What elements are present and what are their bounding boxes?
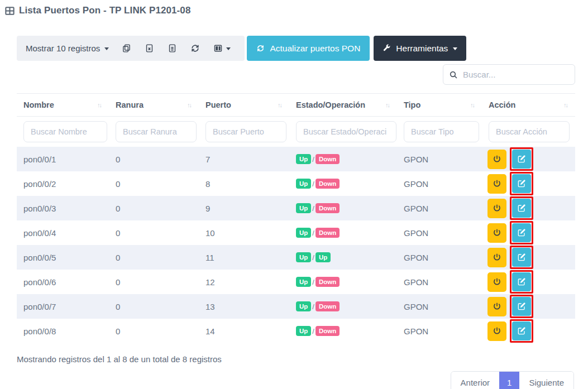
tools-dropdown[interactable]: Herramientas [374, 36, 466, 61]
table-row: pon0/0/4 0 10 Up / Down GPON [17, 220, 575, 245]
export-excel-button[interactable] [138, 40, 160, 56]
column-header-ranura[interactable]: Ranura↑↓ [109, 94, 199, 116]
page-length-dropdown[interactable]: Mostrar 10 registros [20, 40, 114, 56]
chevron-down-icon [226, 47, 231, 50]
table-row: pon0/0/8 0 14 Up / Down GPON [17, 319, 575, 343]
cell-puerto: 11 [199, 245, 289, 270]
edit-button[interactable] [512, 248, 531, 267]
chevron-down-icon [453, 47, 457, 50]
edit-button[interactable] [512, 272, 531, 291]
column-header-puerto[interactable]: Puerto↑↓ [199, 94, 289, 116]
edit-button[interactable] [512, 297, 531, 316]
column-visibility-dropdown[interactable] [207, 40, 237, 56]
filter-estado-input[interactable] [296, 121, 396, 142]
cell-ranura: 0 [109, 270, 199, 294]
excel-icon [145, 44, 154, 53]
cell-ranura: 0 [109, 220, 199, 245]
status-badge-admin: Up [296, 326, 311, 336]
cell-ranura: 0 [109, 319, 199, 343]
cell-tipo: GPON [397, 220, 482, 245]
cell-nombre: pon0/0/7 [17, 294, 109, 319]
power-toggle-button[interactable] [487, 223, 506, 243]
pagination-previous[interactable]: Anterior [451, 372, 500, 389]
column-header-tipo[interactable]: Tipo↑↓ [397, 94, 482, 116]
pagination-area: Anterior 1 Siguiente [0, 371, 574, 389]
power-toggle-button[interactable] [487, 248, 506, 267]
cell-puerto: 9 [199, 196, 289, 220]
power-toggle-button[interactable] [487, 174, 506, 194]
annotation-red-box [510, 319, 533, 343]
power-icon [493, 277, 501, 286]
status-badge-admin: Up [296, 179, 311, 189]
update-pon-ports-button[interactable]: Actualizar puertos PON [247, 36, 370, 61]
filter-accion-input[interactable] [489, 121, 570, 142]
edit-button[interactable] [512, 321, 531, 340]
export-pdf-button[interactable] [161, 40, 183, 56]
pagination-next[interactable]: Siguiente [519, 372, 573, 389]
column-header-nombre[interactable]: Nombre↑↓ [17, 94, 109, 116]
cell-accion [482, 147, 575, 171]
edit-icon [517, 228, 526, 237]
sort-icon: ↑↓ [563, 102, 567, 108]
pagination-page-1[interactable]: 1 [499, 372, 519, 389]
cell-estado: Up / Up [289, 245, 397, 270]
status-separator: / [312, 155, 314, 164]
table-row: pon0/0/3 0 9 Up / Down GPON [17, 196, 575, 220]
sort-icon: ↑↓ [470, 102, 474, 108]
cell-accion [482, 171, 575, 196]
status-badge-oper: Down [315, 277, 340, 287]
edit-button[interactable] [512, 150, 531, 169]
file-lines-icon [168, 44, 177, 53]
cell-estado: Up / Down [289, 270, 397, 294]
table-row: pon0/0/5 0 11 Up / Up GPON [17, 245, 575, 270]
edit-button[interactable] [512, 174, 531, 193]
page-header: Lista Puertos Pon - TP LINK P1201-08 [0, 0, 588, 16]
filter-puerto-input[interactable] [205, 121, 286, 142]
power-toggle-button[interactable] [487, 272, 506, 292]
cell-accion [482, 270, 575, 294]
cell-puerto: 13 [199, 294, 289, 319]
status-badge-admin: Up [296, 228, 311, 238]
cell-ranura: 0 [109, 196, 199, 220]
cell-nombre: pon0/0/3 [17, 196, 109, 220]
search-input[interactable] [463, 70, 569, 79]
sort-icon: ↑↓ [187, 102, 191, 108]
power-toggle-button[interactable] [487, 150, 506, 169]
datatable-controls: Mostrar 10 registros [17, 36, 245, 61]
cell-estado: Up / Down [289, 171, 397, 196]
status-badge-oper: Down [315, 228, 340, 238]
edit-icon [517, 179, 526, 188]
status-badge-admin: Up [296, 203, 311, 213]
copy-button[interactable] [116, 40, 137, 56]
edit-button[interactable] [512, 223, 531, 242]
column-header-estado[interactable]: Estado/Operación↑↓ [289, 94, 397, 116]
table-filter-row [17, 117, 575, 147]
power-toggle-button[interactable] [487, 297, 506, 316]
table-row: pon0/0/2 0 8 Up / Down GPON [17, 171, 575, 196]
status-badge-oper: Down [315, 179, 340, 189]
power-toggle-button[interactable] [487, 321, 506, 341]
filter-nombre-input[interactable] [23, 121, 107, 142]
status-separator: / [312, 253, 314, 262]
table-body: pon0/0/1 0 7 Up / Down GPON [17, 147, 575, 343]
reload-button[interactable] [184, 40, 206, 56]
cell-tipo: GPON [397, 294, 482, 319]
filter-tipo-input[interactable] [404, 121, 479, 142]
edit-icon [517, 302, 526, 311]
columns-icon [213, 44, 223, 53]
status-badge-admin: Up [296, 277, 311, 287]
sort-icon: ↑↓ [278, 102, 281, 108]
status-separator: / [312, 204, 314, 213]
filter-ranura-input[interactable] [116, 121, 197, 142]
toolbar: Mostrar 10 registros [17, 36, 575, 61]
cell-puerto: 10 [199, 220, 289, 245]
column-header-accion[interactable]: Acción↑↓ [482, 94, 575, 116]
cell-ranura: 0 [109, 147, 199, 171]
edit-button[interactable] [512, 199, 531, 218]
status-separator: / [312, 327, 314, 335]
power-toggle-button[interactable] [487, 199, 506, 218]
table-row: pon0/0/1 0 7 Up / Down GPON [17, 147, 575, 171]
cell-accion [482, 245, 575, 270]
cell-ranura: 0 [109, 294, 199, 319]
power-icon [493, 204, 501, 213]
